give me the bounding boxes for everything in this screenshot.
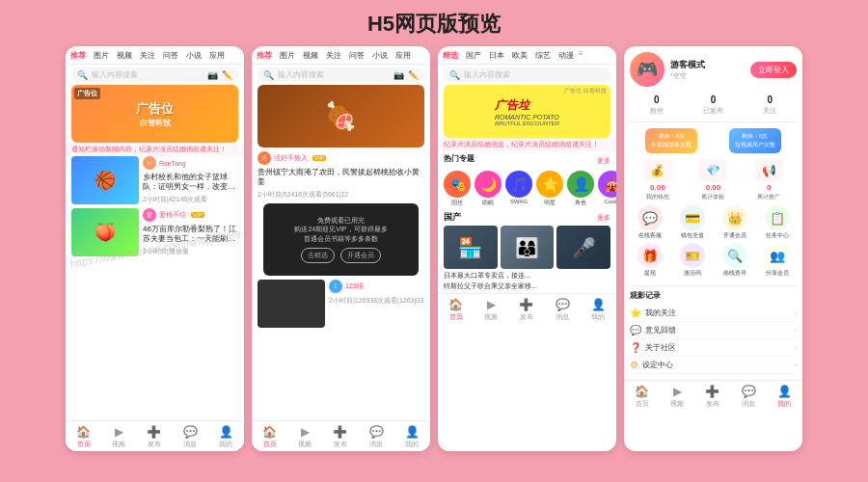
func-share[interactable]: 👥 分享会员 bbox=[757, 243, 797, 278]
phone1-bottom-nav[interactable]: 🏠首页 ▶视频 ➕发布 💬消息 👤我的 bbox=[66, 420, 244, 451]
video-meta-1: 2小时前|42146次观看 bbox=[143, 195, 238, 204]
phone3-bottom-nav[interactable]: 🏠首页 ▶视频 ➕发布 💬消息 👤我的 bbox=[438, 293, 616, 324]
phone4-bottom-nav[interactable]: 🏠首页 ▶视频 ➕发布 💬消息 👤我的 bbox=[624, 380, 802, 411]
topic-swag[interactable]: 🎵 SWAG bbox=[505, 171, 532, 207]
phone2-tabs[interactable]: 推荐 图片 视频 关注 问答 小说 应用 bbox=[252, 46, 430, 65]
video-thumb-2: 🍑 bbox=[71, 208, 139, 256]
phone-3: 精选 国产 日本 欧美 综艺 动漫 ≡ 🔍 输入内容搜索 广告位 白智科技 广告… bbox=[438, 46, 616, 451]
about-arrow: › bbox=[794, 343, 797, 352]
p3-more-icon[interactable]: ≡ bbox=[579, 49, 583, 62]
func-support-label: 在线客服 bbox=[638, 231, 662, 240]
p4-counter-short: 剩余：0次 短视频用户次数 bbox=[729, 128, 781, 153]
p2-tab-app[interactable]: 应用 bbox=[393, 49, 414, 62]
history-feedback[interactable]: 💬 意见回馈 › bbox=[630, 322, 797, 339]
p4-nav-publish[interactable]: ➕发布 bbox=[705, 385, 719, 409]
topic-cosp[interactable]: 🎪 CosP bbox=[598, 171, 616, 207]
p2-nav-publish[interactable]: ➕发布 bbox=[333, 425, 347, 449]
p4-nav-msg[interactable]: 💬消息 bbox=[742, 385, 756, 409]
p3-tab-anime[interactable]: 动漫 bbox=[556, 49, 577, 62]
p2-tab-recommend[interactable]: 推荐 bbox=[254, 49, 275, 62]
p2-nav-me[interactable]: 👤我的 bbox=[405, 425, 420, 449]
p2-tab-image[interactable]: 图片 bbox=[277, 49, 298, 62]
p2-member-btn[interactable]: 开通会员 bbox=[340, 248, 381, 263]
topic-star[interactable]: ⭐ 明星 bbox=[536, 171, 563, 207]
nav-publish-1[interactable]: ➕发布 bbox=[147, 425, 161, 449]
p3-nav-publish[interactable]: ➕发布 bbox=[519, 298, 533, 322]
nav-msg-1[interactable]: 💬消息 bbox=[183, 425, 198, 449]
history-settings[interactable]: ⚙ 设定中心 › bbox=[630, 357, 797, 374]
phone3-tabs[interactable]: 精选 国产 日本 欧美 综艺 动漫 ≡ bbox=[438, 46, 616, 65]
history-follow[interactable]: ⭐ 我的关注 › bbox=[630, 305, 797, 322]
p4-nav-home[interactable]: 🏠首页 bbox=[635, 385, 649, 409]
p3-tab-japan[interactable]: 日本 bbox=[486, 49, 507, 62]
p4-promo-num: 0 bbox=[767, 183, 771, 192]
video-title-2: 46万亩库尔勒香梨熟了！江苏夫妻当包工：一天能刷1万个 bbox=[143, 225, 238, 245]
p4-nav-me[interactable]: 👤我的 bbox=[777, 385, 792, 409]
phone2-bottom-nav[interactable]: 🏠首页 ▶视频 ➕发布 💬消息 👤我的 bbox=[252, 420, 430, 451]
p2-tab-novel[interactable]: 小说 bbox=[369, 49, 391, 62]
tab-recommend[interactable]: 推荐 bbox=[68, 49, 89, 62]
tab-novel[interactable]: 小说 bbox=[183, 49, 204, 62]
p2-nav-msg[interactable]: 💬消息 bbox=[369, 425, 384, 449]
func-withdraw[interactable]: 🎁 提现 bbox=[630, 243, 669, 278]
p2-tab-video[interactable]: 视频 bbox=[300, 49, 321, 62]
nav-video-1[interactable]: ▶视频 bbox=[112, 425, 125, 449]
p4-func-grid[interactable]: 💬 在线客服 💳 钱包充值 👑 开通会员 📋 任务中心 bbox=[630, 205, 797, 278]
p4-counter-long-sub: 长视频游客次数 bbox=[651, 141, 692, 149]
p2-user-name-2: 123喵 bbox=[345, 281, 364, 291]
p3-ad-sub2: BRUTFUL ENCOUNTER bbox=[495, 120, 559, 126]
p4-wallet-label: 我的钱包 bbox=[646, 193, 669, 201]
p2-tab-follow[interactable]: 关注 bbox=[323, 49, 344, 62]
p3-tab-europe[interactable]: 欧美 bbox=[509, 49, 530, 62]
p3-nav-home[interactable]: 🏠首页 bbox=[448, 298, 463, 322]
p3-more-link[interactable]: 更多 bbox=[597, 156, 610, 166]
topic-label-role: 角色 bbox=[575, 199, 586, 207]
nav-home-1[interactable]: 🏠首页 bbox=[76, 425, 91, 449]
p4-login-btn[interactable]: 立即登入 bbox=[750, 62, 797, 78]
phone1-tabs[interactable]: 推荐 图片 视频 关注 问答 小说 应用 bbox=[66, 46, 244, 65]
tab-follow[interactable]: 关注 bbox=[137, 49, 158, 62]
history-about[interactable]: ❓ 关于社区 › bbox=[630, 339, 797, 357]
tab-image[interactable]: 图片 bbox=[91, 49, 112, 62]
p2-nav-video[interactable]: ▶视频 bbox=[298, 425, 312, 449]
func-task[interactable]: 📋 任务中心 bbox=[757, 205, 797, 240]
p4-stats: 0 粉丝 0 已发布 0 关注 bbox=[630, 94, 797, 122]
phone1-search[interactable]: 🔍 输入内容搜索 📷 ✏️ bbox=[71, 67, 238, 82]
func-member[interactable]: 👑 开通会员 bbox=[715, 205, 754, 240]
p3-subtitle-more[interactable]: 更多 bbox=[597, 213, 610, 223]
p4-nav-video[interactable]: ▶视频 bbox=[670, 385, 684, 409]
p2-video-meta-1: 2小时前|52416次观看|5661|22 bbox=[258, 190, 424, 200]
tab-video[interactable]: 视频 bbox=[114, 49, 135, 62]
p3-tab-variety[interactable]: 综艺 bbox=[532, 49, 554, 62]
tab-app[interactable]: 应用 bbox=[206, 49, 228, 62]
p2-btn-row[interactable]: 去精选 开通会员 bbox=[301, 248, 381, 263]
p3-tab-domestic[interactable]: 国产 bbox=[463, 49, 484, 62]
p2-video-item-1: 活 活好不独入 VIP 贵州镇宁大雨淹了农田，民警拔起棉桃拾收小黄姜 2小时前|… bbox=[258, 151, 424, 200]
p3-subtitle: 国产 bbox=[444, 211, 461, 224]
topic-role[interactable]: 👤 角色 bbox=[567, 171, 594, 207]
msg-icon: 💬 bbox=[183, 425, 198, 439]
func-support[interactable]: 💬 在线客服 bbox=[630, 205, 669, 240]
topic-guosi[interactable]: 🎭 国丝 bbox=[444, 171, 471, 207]
p2-edit-icon: ✏️ bbox=[408, 70, 419, 80]
phone3-search[interactable]: 🔍 输入内容搜索 bbox=[444, 67, 610, 82]
p3-nav-me[interactable]: 👤我的 bbox=[591, 298, 606, 322]
video-info-2: 爱 爱桃不结 VIP 46万亩库尔勒香梨熟了！江苏夫妻当包工：一天能刷1万个 2… bbox=[143, 208, 238, 256]
func-wallet[interactable]: 💳 钱包充值 bbox=[672, 205, 712, 240]
p3-tab-select[interactable]: 精选 bbox=[440, 49, 461, 62]
p3-nav-msg[interactable]: 💬消息 bbox=[556, 298, 570, 322]
phone2-search[interactable]: 🔍 输入内容搜索 📷 ✏️ bbox=[258, 67, 424, 82]
p2-tab-qa[interactable]: 问答 bbox=[346, 49, 367, 62]
nav-me-1[interactable]: 👤我的 bbox=[219, 425, 233, 449]
p2-nav-home[interactable]: 🏠首页 bbox=[262, 425, 277, 449]
video-title-1: 乡村校长和他的女子篮球队：证明男女一样，改变重男轻女思想 bbox=[143, 173, 238, 193]
p4-user-info: 游客模式 *空空 bbox=[670, 59, 745, 81]
func-query[interactable]: 🔍 南线查寻 bbox=[715, 243, 754, 278]
func-code[interactable]: 🎫 激活码 bbox=[672, 243, 712, 278]
p2-select-btn[interactable]: 去精选 bbox=[301, 248, 335, 263]
topic-zhumian[interactable]: 🌙 助眠 bbox=[475, 171, 502, 207]
p4-home-icon: 🏠 bbox=[635, 385, 649, 398]
p3-nav-video[interactable]: ▶视频 bbox=[484, 298, 498, 322]
p3-ad-sub: ROMANTIC POTATO bbox=[495, 114, 559, 120]
tab-qa[interactable]: 问答 bbox=[160, 49, 181, 62]
